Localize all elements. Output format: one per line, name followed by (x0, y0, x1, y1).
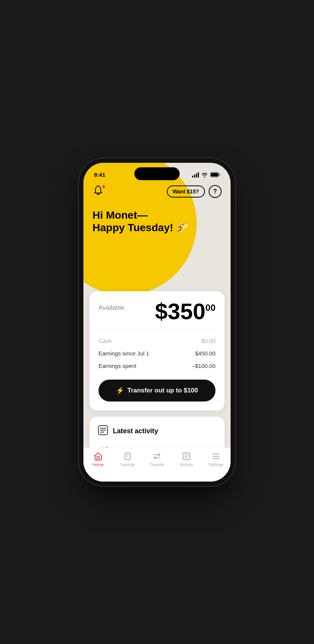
balance-details: Cash $0.00 Earnings since Jul 1 $450.00 … (89, 329, 225, 372)
list-icon (98, 425, 108, 436)
greeting-text: Hi Monet— Happy Tuesday! 🌮 (92, 209, 222, 234)
savings-icon (123, 452, 132, 461)
earnings-spent-row: Earnings spent –$100.00 (99, 360, 215, 372)
dynamic-island (134, 167, 180, 180)
tab-savings-label: Savings (120, 462, 135, 467)
earnings-since-row: Earnings since Jul 1 $450.00 (99, 347, 215, 360)
header-top: Want $15? ? (92, 185, 222, 198)
svg-rect-1 (211, 173, 218, 176)
balance-top: Available $35000 (89, 291, 225, 329)
tab-savings[interactable]: Savings (116, 452, 139, 467)
tab-settings[interactable]: Settings (205, 452, 227, 467)
wifi-icon (201, 172, 208, 178)
help-button[interactable]: ? (209, 185, 222, 198)
earnings-since-label: Earnings since Jul 1 (99, 350, 149, 357)
tab-transfer[interactable]: Transfer (146, 452, 168, 467)
available-label: Available (99, 304, 125, 312)
cash-row: Cash $0.00 (99, 335, 215, 347)
tab-activity-label: Activity (180, 462, 193, 467)
earnings-since-value: $450.00 (195, 350, 215, 357)
cash-label: Cash (99, 338, 112, 344)
signal-icon (192, 172, 199, 178)
balance-card: Available $35000 Cash $0.00 Earnings sin… (89, 291, 225, 411)
status-icons (192, 172, 220, 178)
settings-icon (211, 452, 220, 461)
cash-value: $0.00 (201, 338, 215, 344)
tab-home[interactable]: Home (87, 452, 109, 467)
tab-home-label: Home (92, 462, 103, 467)
activity-title: Latest activity (113, 427, 158, 435)
tab-activity[interactable]: Activity (175, 452, 198, 467)
home-icon (94, 452, 103, 461)
header-right: Want $15? ? (167, 185, 222, 198)
notification-dot (102, 185, 105, 188)
transfer-button[interactable]: ⚡ Transfer out up to $100 (99, 380, 215, 402)
tab-settings-label: Settings (208, 462, 223, 467)
want-15-button[interactable]: Want $15? (167, 185, 205, 198)
tab-bar: Home Savings Transfer Activity (83, 448, 231, 482)
header-area: Want $15? ? Hi Monet— Happy Tuesday! 🌮 (83, 163, 231, 291)
transfer-tab-icon (152, 452, 162, 461)
screen-content: Want $15? ? Hi Monet— Happy Tuesday! 🌮 A… (83, 163, 231, 482)
transfer-button-label: Transfer out up to $100 (127, 387, 198, 394)
status-time: 9:41 (94, 171, 105, 178)
lightning-icon: ⚡ (116, 386, 124, 395)
activity-header: Latest activity (89, 417, 225, 441)
activity-header-icon (98, 425, 108, 438)
phone-frame: 9:41 (83, 163, 231, 482)
notification-bell-button[interactable] (92, 185, 106, 198)
earnings-spent-label: Earnings spent (99, 363, 136, 369)
activity-tab-icon (182, 452, 191, 461)
tab-transfer-label: Transfer (149, 462, 165, 467)
balance-amount: $35000 (155, 300, 215, 323)
earnings-spent-value: –$100.00 (192, 363, 215, 369)
battery-icon (210, 172, 220, 177)
